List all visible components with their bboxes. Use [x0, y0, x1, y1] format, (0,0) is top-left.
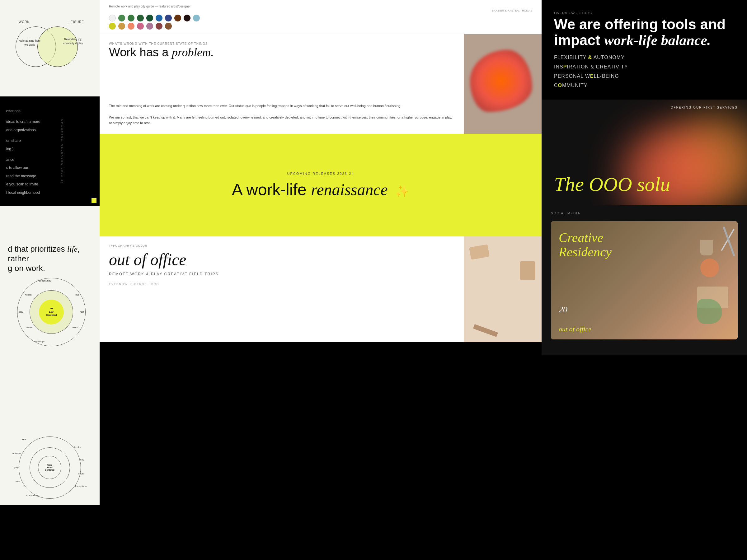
- word-travel: travel: [26, 326, 33, 329]
- word-friendships: friendships: [33, 340, 45, 343]
- creative-ooo-tag: out of office: [559, 325, 591, 333]
- renaissance-heading: A work-life renaissance ✨: [232, 180, 409, 199]
- word-play: play: [19, 311, 23, 313]
- problem-heading: Work has a problem.: [109, 46, 455, 60]
- problem-heading-italic: problem.: [172, 46, 214, 59]
- panel-work-centered: From Work Centered love hobbies play res…: [0, 355, 100, 505]
- highlight-o: O: [558, 83, 562, 88]
- problem-text: WHAT'S WRONG WITH THE CURRENT STATE OF T…: [100, 34, 464, 134]
- venn-text-reimagining: Reimagining how we work: [17, 39, 42, 47]
- word-work: work: [73, 326, 78, 329]
- feature-inspiration: INSPIRATION & CREATIVITY: [554, 64, 735, 70]
- venn-diagram-3: From Work Centered love hobbies play res…: [9, 436, 90, 499]
- word3-rest: rest: [16, 480, 20, 483]
- panel-color-guide: Remote work and play city guide — featur…: [100, 0, 542, 34]
- color-dot-16: [156, 23, 162, 30]
- venn-label-work: WORK: [19, 20, 30, 24]
- word3-health: health: [74, 446, 81, 449]
- creative-title-line1: Creative: [559, 231, 603, 245]
- color-dot-17: [165, 23, 172, 30]
- vertical-label: UPCOMING RELEASES 2023-34: [61, 119, 64, 185]
- color-palette: [109, 15, 532, 22]
- mid-left-content: offerings. ideas to craft a more and org…: [6, 107, 93, 196]
- center-column: Remote work and play city guide — featur…: [100, 0, 542, 560]
- word3-community: community: [26, 494, 38, 497]
- life-centered-text: d that prioritizes life, rather g on wor…: [8, 244, 92, 273]
- ooo-label: TYPOGRAPHY & COLOR: [109, 244, 455, 247]
- right-column: OVERVIEW · ETHOS We are offering tools a…: [542, 0, 747, 560]
- mid-line-10: t local neighborhood: [6, 189, 93, 196]
- panel-ooo-dark: OFFERING OUR FIRST SERVICES The OOO solu: [542, 100, 747, 205]
- word3-play2: play: [79, 458, 84, 461]
- ooo-right-text: EVERNOW, FICTROE · BRG: [109, 283, 455, 286]
- word3-love: love: [22, 438, 26, 441]
- paint-cup: [520, 261, 535, 280]
- cup-shape: [700, 240, 713, 256]
- orange-blob-decoration: [470, 50, 532, 112]
- color-dot-9: [184, 15, 190, 22]
- offering-heading: We are offering tools and impact work-li…: [554, 17, 735, 48]
- color-dot-12: [118, 23, 125, 30]
- mid-line-7: s to allow our: [6, 164, 93, 172]
- mid-line-8: read the message.: [6, 172, 93, 180]
- word-love: love: [75, 293, 79, 296]
- creative-number: 20: [559, 304, 567, 315]
- color-dot-5: [146, 15, 153, 22]
- text-prioritizes: d that prioritizes life, rather: [8, 244, 80, 263]
- paint-brush: [473, 324, 498, 337]
- venn2-centered: Centered: [46, 314, 57, 317]
- features-list: FLEXIBILITY & AUTONOMY INSPIRATION & CRE…: [554, 55, 735, 88]
- problem-body-2: We run so fast, that we can't keep up wi…: [109, 114, 455, 126]
- venn3-center-circle: From Work Centered: [38, 456, 61, 479]
- venn-diagram-2: To Life Centered community health love p…: [8, 278, 95, 346]
- renaissance-a-work-life: A work-life: [232, 181, 307, 198]
- creative-residency-card: Creative Residency 20 out of office: [551, 221, 738, 340]
- creative-title-line2: Residency: [559, 245, 612, 259]
- ooo-subheading: REMOTE WORK & PLAY CREATIVE FIELD TRIPS: [109, 272, 455, 276]
- problem-image: [464, 34, 542, 134]
- offering-text-italic: work-life balance.: [604, 32, 711, 48]
- word3-friendships: friendships: [75, 485, 87, 487]
- overview-label: OVERVIEW · ETHOS: [554, 11, 735, 15]
- word-community: community: [39, 279, 51, 282]
- highlight-e: E: [590, 74, 594, 79]
- feature-wellbeing: PERSONAL WELL-BEING: [554, 74, 735, 79]
- offering-text-2: impact: [554, 32, 600, 48]
- venn-diagram-1: WORK LEISURE Reimagining how we work Rek…: [9, 17, 90, 79]
- ooo-image: [464, 236, 542, 342]
- venn-text-rekindling: Rekindling joy, creativity & play: [59, 37, 87, 45]
- word3-play: play: [14, 466, 19, 469]
- venn3-work: Work: [47, 466, 53, 469]
- color-dot-8: [174, 15, 181, 22]
- panel-mid-left-text: offerings. ideas to craft a more and org…: [0, 97, 100, 206]
- color-dot-4: [137, 15, 144, 22]
- color-dot-2: [118, 15, 125, 22]
- paint-splash: [700, 259, 719, 277]
- mid-line-9: e you scan to invite: [6, 180, 93, 188]
- color-dot-11: [109, 23, 116, 30]
- ooo-dark-heading: The OOO solu: [554, 173, 670, 196]
- mid-line-2: ideas to craft a more: [6, 117, 93, 126]
- color-dot-15: [146, 23, 153, 30]
- venn2-life: Life: [49, 311, 54, 314]
- social-label: SOCIAL MEDIA: [551, 212, 738, 215]
- venn2-to: To: [50, 307, 53, 310]
- color-dot-14: [137, 23, 144, 30]
- mid-line-6: ance: [6, 156, 93, 164]
- highlight-p: P: [563, 64, 567, 70]
- word3-hobbies: hobbies: [12, 452, 21, 455]
- feature-community: COMMUNITY: [554, 83, 735, 88]
- renaissance-subtitle: UPCOMING RELEASES 2023-24: [287, 172, 354, 176]
- text-on-work: g on work.: [8, 264, 45, 273]
- color-guide-subtitle: BARTIER & RASTER, THOMAS: [109, 9, 532, 12]
- problem-body-1: The role and meaning of work are coming …: [109, 103, 455, 109]
- sparkle-icon: ✨: [395, 185, 409, 197]
- panel-offering-tools: OVERVIEW · ETHOS We are offering tools a…: [542, 0, 747, 100]
- color-dot-13: [128, 23, 134, 30]
- color-dot-10: [193, 15, 200, 22]
- word3-travel: travel: [78, 472, 84, 475]
- color-palette-2: [109, 23, 532, 30]
- venn3-centered: Centered: [45, 469, 54, 471]
- color-dot-7: [165, 15, 172, 22]
- panel-work-problem: WHAT'S WRONG WITH THE CURRENT STATE OF T…: [100, 34, 542, 134]
